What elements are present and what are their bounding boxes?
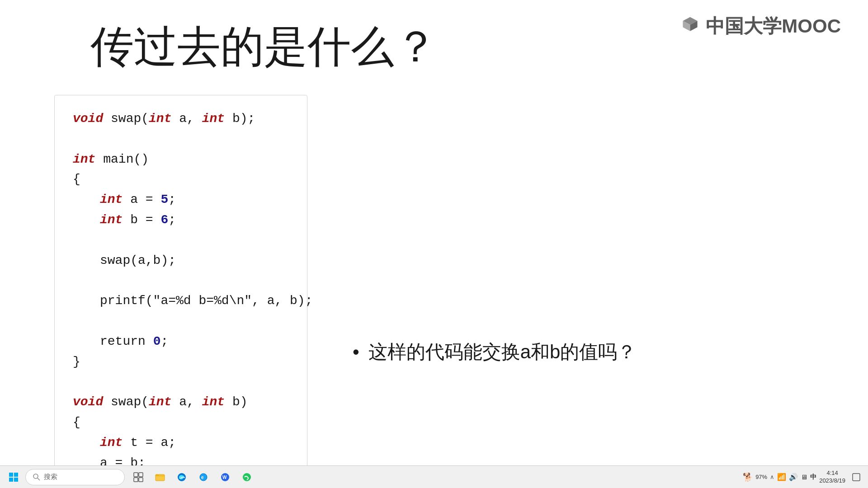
search-icon [33,474,40,481]
bullet-dot: • [353,341,359,363]
svg-rect-9 [134,473,138,477]
code-block: void swap(int a, int b); int main() { in… [54,95,307,488]
notification-icon[interactable]: 🐕 [743,472,753,482]
taskview-button[interactable] [128,467,148,487]
fileexplorer-button[interactable] [150,467,170,487]
start-button[interactable] [4,467,24,487]
taskbar: 搜索 [0,465,868,488]
svg-rect-3 [9,473,13,477]
logo-text: 中国大学MOOC [706,14,841,39]
right-panel: • 这样的代码能交换a和b的值吗？ [335,95,636,488]
content-area: void swap(int a, int b); int main() { in… [54,95,841,488]
code-line-return: return 0; [73,332,289,352]
volume-icon[interactable]: 🔊 [789,473,798,481]
logo-area: 中国大学MOOC [679,14,841,39]
code-line-swap-def: void swap(int a, int b) [73,392,289,413]
svg-point-7 [33,474,38,479]
svg-rect-11 [134,478,138,482]
chevron-up-icon[interactable]: ∧ [770,474,774,480]
date-display: 2023/8/19 [819,477,845,485]
bullet-item: • 这样的代码能交换a和b的值吗？ [353,339,636,365]
svg-rect-5 [9,478,13,482]
code-line-blank4 [73,311,289,332]
notification-center-button[interactable] [848,467,864,487]
svg-text:W: W [222,475,227,480]
svg-rect-12 [139,478,143,482]
network-icon[interactable]: 📶 [777,473,786,481]
svg-rect-6 [14,478,18,482]
taskbar-icons: 🐕 97% ∧ 📶 🔊 🖥 中 [743,472,816,482]
code-line-blank3 [73,271,289,291]
app5-button[interactable]: W [215,467,235,487]
svg-rect-10 [139,473,143,477]
svg-rect-4 [14,473,18,477]
svg-line-8 [38,478,40,480]
time-display: 4:14 [826,469,838,477]
taskbar-search[interactable]: 搜索 [25,469,125,485]
edge-button[interactable] [172,467,192,487]
code-line-close: } [73,352,289,372]
code-line-b: int b = 6; [73,210,289,230]
svg-text:e: e [201,475,204,480]
language-indicator[interactable]: 中 [810,473,816,481]
code-line-main: int main() [73,150,289,170]
code-line-printf: printf("a=%d b=%d\n", a, b); [73,291,289,311]
ie-button[interactable]: e [193,467,213,487]
code-line-t: int t = a; [73,433,289,453]
search-placeholder: 搜索 [44,473,57,481]
code-line-a: int a = 5; [73,190,289,210]
taskbar-time[interactable]: 4:14 2023/8/19 [819,469,845,485]
svg-point-19 [243,473,251,481]
code-line-blank1 [73,129,289,150]
logo-icon [679,14,702,38]
code-line-swap-call: swap(a,b); [73,251,289,271]
bullet-text: 这样的代码能交换a和b的值吗？ [368,339,637,365]
display-icon[interactable]: 🖥 [801,473,807,481]
app6-button[interactable] [237,467,257,487]
code-line-open: { [73,169,289,190]
code-line-blank5 [73,372,289,392]
svg-rect-13 [156,474,165,481]
taskbar-right: 🐕 97% ∧ 📶 🔊 🖥 中 4:14 2023/8/19 [743,467,864,487]
svg-rect-20 [853,474,860,481]
code-line-swap-open: { [73,413,289,433]
code-line-blank2 [73,230,289,251]
main-content: 中国大学MOOC 传过去的是什么？ void swap(int a, int b… [0,0,868,447]
mooc-logo: 中国大学MOOC [679,14,841,39]
code-line-decl: void swap(int a, int b); [73,109,289,129]
taskbar-apps: e W [128,467,257,487]
battery-indicator: 97% [755,474,767,480]
